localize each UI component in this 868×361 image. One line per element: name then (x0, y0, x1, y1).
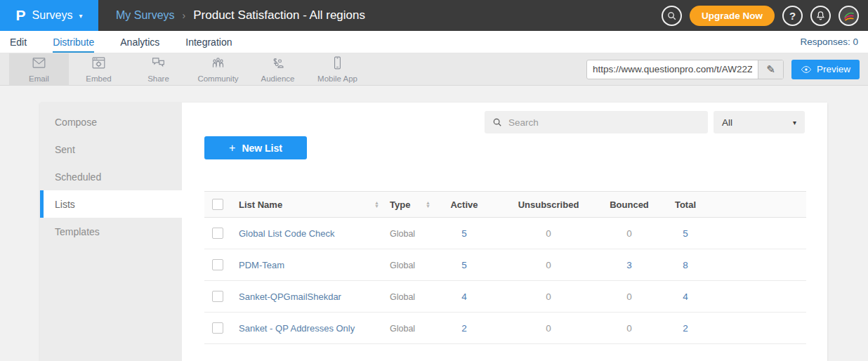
sort-icon[interactable]: ▲▼ (426, 201, 430, 208)
survey-url-box: ✎ (586, 60, 784, 79)
envelope-icon (32, 55, 46, 73)
survey-section-tabs: EditDistributeAnalyticsIntegration Respo… (0, 31, 868, 53)
col-total: Total (654, 199, 717, 210)
total-count[interactable]: 4 (683, 291, 688, 302)
active-count[interactable]: 4 (461, 291, 467, 302)
preview-button[interactable]: Preview (791, 60, 860, 79)
toolbar-item-email[interactable]: Email (9, 53, 69, 85)
eye-icon (801, 64, 812, 75)
lists-table-header: List Name ▲▼ Type ▲▼ Active Unsubscribed… (204, 191, 806, 218)
unsubscribed-count: 0 (546, 323, 551, 334)
responses-count: Responses: 0 (800, 37, 858, 47)
upgrade-now-button[interactable]: Upgrade Now (690, 6, 775, 26)
list-filter-dropdown[interactable]: All ▾ (714, 111, 805, 133)
row-checkbox[interactable] (212, 291, 223, 302)
table-row: PDM-Team Global 5 0 3 8 (204, 249, 806, 281)
list-name-link[interactable]: Global List Code Check (239, 228, 335, 239)
table-row: Sanket-QPGmailShekdar Global 4 0 0 4 (204, 281, 806, 313)
embed-icon (91, 55, 106, 73)
product-label: Surveys (32, 9, 73, 22)
col-type: Type (390, 199, 410, 210)
sidebar-item-lists[interactable]: Lists (40, 190, 182, 218)
sidebar-item-compose[interactable]: Compose (40, 108, 182, 136)
col-active: Active (436, 199, 492, 210)
col-bounced: Bounced (605, 199, 654, 210)
bounced-count: 0 (626, 228, 632, 239)
col-list-name: List Name (239, 199, 282, 210)
breadcrumb-my-surveys[interactable]: My Surveys (116, 9, 175, 22)
email-sidebar: ComposeSentScheduledListsTemplates (40, 103, 182, 361)
chevron-down-icon: ▾ (79, 12, 82, 20)
list-type: Global (390, 261, 415, 270)
active-count[interactable]: 5 (461, 228, 467, 239)
list-name-link[interactable]: PDM-Team (239, 260, 284, 270)
total-count[interactable]: 2 (683, 323, 688, 334)
unsubscribed-count: 0 (546, 260, 551, 270)
total-count[interactable]: 5 (683, 228, 688, 239)
navbar-actions: Upgrade Now ? (662, 6, 868, 26)
share-icon (151, 55, 166, 73)
sidebar-item-scheduled[interactable]: Scheduled (40, 163, 182, 190)
search-icon[interactable] (662, 6, 682, 26)
distribute-toolbar: Email Embed Share Community Audience Mob… (0, 53, 868, 86)
list-name-link[interactable]: Sanket-QPGmailShekdar (239, 291, 341, 302)
questionpro-logo-icon: P (16, 7, 26, 24)
tab-analytics[interactable]: Analytics (120, 31, 159, 53)
col-unsubscribed: Unsubscribed (492, 199, 605, 210)
breadcrumb: My Surveys › Product Satisfaction - All … (116, 8, 365, 22)
bounced-count[interactable]: 3 (626, 260, 632, 270)
lists-content: All ▾ + New List List Name ▲▼ Type ▲▼ Ac… (182, 103, 827, 361)
select-all-checkbox[interactable] (212, 199, 223, 210)
row-checkbox[interactable] (212, 259, 223, 270)
toolbar-item-embed[interactable]: Embed (69, 53, 129, 85)
list-search-input[interactable] (508, 117, 700, 128)
sidebar-item-templates[interactable]: Templates (40, 218, 182, 245)
bounced-count: 0 (626, 323, 632, 334)
tab-distribute[interactable]: Distribute (53, 31, 94, 53)
page-title: Product Satisfaction - All regions (193, 8, 365, 22)
active-count[interactable]: 2 (461, 323, 467, 334)
table-row: Global List Code Check Global 5 0 0 5 (204, 218, 806, 249)
row-checkbox[interactable] (212, 322, 223, 334)
bounced-count: 0 (626, 291, 632, 302)
toolbar-item-community[interactable]: Community (188, 53, 248, 85)
edit-url-pencil-icon[interactable]: ✎ (758, 60, 783, 79)
chevron-down-icon: ▾ (793, 119, 796, 126)
list-search-box (485, 111, 708, 133)
notifications-bell-icon[interactable] (810, 6, 831, 26)
top-navbar: P Surveys ▾ My Surveys › Product Satisfa… (0, 0, 868, 31)
magnifier-icon (492, 117, 502, 127)
toolbar-item-mobile-app[interactable]: Mobile App (308, 53, 367, 85)
row-checkbox[interactable] (212, 228, 223, 239)
product-switcher[interactable]: P Surveys ▾ (0, 0, 98, 31)
toolbar-item-audience[interactable]: Audience (248, 53, 308, 85)
new-list-button[interactable]: + New List (204, 136, 307, 159)
help-icon[interactable]: ? (782, 6, 803, 26)
mobile-icon (330, 55, 345, 73)
list-type: Global (390, 324, 415, 334)
total-count[interactable]: 8 (683, 260, 688, 270)
toolbar-item-share[interactable]: Share (129, 53, 188, 85)
user-avatar[interactable] (839, 6, 859, 26)
active-count[interactable]: 5 (461, 260, 467, 270)
list-type: Global (390, 229, 415, 239)
tab-edit[interactable]: Edit (10, 31, 27, 53)
unsubscribed-count: 0 (546, 228, 551, 239)
lists-table: List Name ▲▼ Type ▲▼ Active Unsubscribed… (204, 191, 806, 344)
unsubscribed-count: 0 (546, 291, 551, 302)
sidebar-item-sent[interactable]: Sent (40, 136, 182, 163)
breadcrumb-separator: › (183, 10, 186, 21)
table-row: Sanket - QP Addresses Only Global 2 0 0 … (204, 313, 806, 344)
email-lists-panel: ComposeSentScheduledListsTemplates All ▾… (40, 103, 827, 361)
tab-integration[interactable]: Integration (185, 31, 232, 53)
survey-url-input[interactable] (587, 60, 758, 79)
community-icon (211, 55, 225, 73)
list-type: Global (390, 292, 415, 302)
plus-icon: + (229, 142, 235, 155)
audience-icon (270, 55, 285, 73)
sort-icon[interactable]: ▲▼ (374, 201, 379, 208)
list-name-link[interactable]: Sanket - QP Addresses Only (239, 323, 355, 334)
survey-link-group: ✎ Preview (586, 53, 868, 85)
